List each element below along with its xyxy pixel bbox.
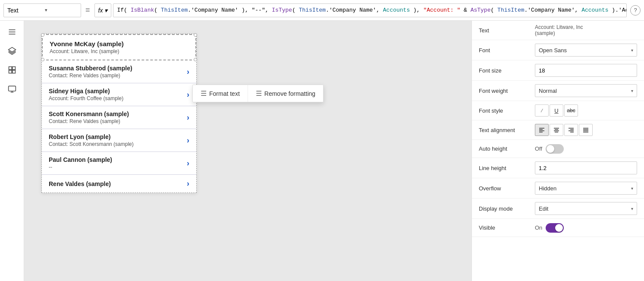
- handle-br[interactable]: [194, 58, 197, 61]
- svg-rect-4: [9, 67, 12, 70]
- visible-toggle-group: On: [535, 223, 637, 233]
- prop-label-font: Font: [479, 47, 535, 54]
- property-dropdown[interactable]: Text ▾: [3, 3, 81, 17]
- card-arrow: ›: [187, 90, 189, 99]
- prop-value-line-height: [535, 161, 637, 174]
- align-center-button[interactable]: [550, 124, 563, 136]
- font-dropdown-chevron: ▾: [631, 48, 633, 53]
- card-info: Rene Valdes (sample): [49, 180, 187, 187]
- svg-rect-7: [12, 70, 15, 73]
- strikethrough-button[interactable]: abc: [564, 104, 578, 117]
- canvas-area[interactable]: Yvonne McKay (sample) Account: Litware, …: [24, 21, 471, 281]
- font-weight-text: Normal: [539, 88, 557, 94]
- handle-tl[interactable]: [41, 33, 44, 37]
- card-info: Scott Konersmann (sample) Contact: Rene …: [49, 111, 187, 124]
- selected-card-sub: Account: Litware, Inc (sample): [50, 48, 188, 54]
- line-height-input[interactable]: [535, 161, 637, 174]
- underline-button[interactable]: U: [550, 104, 563, 117]
- help-icon[interactable]: ?: [630, 5, 641, 16]
- card-sub: Contact: Rene Valdes (sample): [49, 118, 187, 124]
- list-item[interactable]: Susanna Stubberod (sample) Contact: Rene…: [42, 60, 196, 83]
- prop-value-font: Open Sans ▾: [535, 44, 637, 57]
- font-weight-dropdown[interactable]: Normal ▾: [535, 84, 637, 97]
- remove-formatting-icon: ☰: [256, 89, 262, 98]
- menu-icon-btn[interactable]: [4, 24, 20, 40]
- prop-row-display-mode: Display mode Edit ▾: [472, 199, 644, 219]
- card-arrow: ›: [187, 67, 189, 76]
- align-left-button[interactable]: [535, 124, 549, 136]
- card-info: Sidney Higa (sample) Account: Fourth Cof…: [49, 88, 187, 101]
- auto-height-toggle-group: Off: [535, 144, 637, 154]
- card-sub: Contact: Scott Konersmann (sample): [49, 141, 187, 147]
- prop-label-auto-height: Auto height: [479, 145, 535, 152]
- card-arrow: ›: [187, 113, 189, 122]
- italic-button[interactable]: /: [535, 104, 549, 117]
- top-bar: Text ▾ = fx ▾ If( IsBlank( ThisItem.'Com…: [0, 0, 644, 21]
- handle-tr[interactable]: [194, 33, 197, 37]
- property-dropdown-chevron: ▾: [45, 7, 77, 13]
- card-name: Scott Konersmann (sample): [49, 111, 187, 117]
- card-selected[interactable]: Yvonne McKay (sample) Account: Litware, …: [42, 34, 196, 60]
- prop-value-font-weight: Normal ▾: [535, 84, 637, 97]
- prop-row-font-style: Font style / U abc: [472, 101, 644, 120]
- list-item[interactable]: Sidney Higa (sample) Account: Fourth Cof…: [42, 83, 196, 106]
- prop-row-visible: Visible On: [472, 219, 644, 237]
- align-justify-button[interactable]: [579, 124, 593, 136]
- components-icon-btn[interactable]: [4, 62, 20, 78]
- card-name: Rene Valdes (sample): [49, 180, 187, 187]
- overflow-dropdown-chevron: ▾: [631, 186, 633, 191]
- font-dropdown[interactable]: Open Sans ▾: [535, 44, 637, 57]
- prop-label-font-style: Font style: [479, 107, 535, 114]
- remove-formatting-button[interactable]: ☰ Remove formatting: [248, 85, 323, 102]
- font-size-input[interactable]: [535, 64, 637, 77]
- display-mode-dropdown-text: Edit: [539, 205, 548, 212]
- layers-icon-btn[interactable]: [4, 43, 20, 59]
- prop-value-overflow: Hidden ▾: [535, 182, 637, 195]
- formula-button[interactable]: fx ▾: [94, 3, 112, 17]
- selected-card-name: Yvonne McKay (sample): [50, 40, 188, 47]
- auto-height-toggle[interactable]: [546, 144, 564, 154]
- prop-row-text-align: Text alignment: [472, 120, 644, 140]
- prop-row-font-size: Font size: [472, 60, 644, 81]
- prop-label-font-weight: Font weight: [479, 88, 535, 94]
- visible-toggle[interactable]: [546, 223, 564, 233]
- prop-value-visible: On: [535, 223, 637, 233]
- screens-icon-btn[interactable]: [4, 81, 20, 97]
- prop-row-text: Text Account: Litware, Inc(sample): [472, 21, 644, 40]
- overflow-dropdown-text: Hidden: [539, 185, 556, 192]
- list-item[interactable]: Paul Cannon (sample) -- ›: [42, 152, 196, 175]
- font-weight-chevron: ▾: [631, 88, 633, 93]
- formula-chevron: ▾: [104, 7, 107, 14]
- property-dropdown-label: Text: [7, 7, 40, 14]
- overflow-dropdown[interactable]: Hidden ▾: [535, 182, 637, 195]
- card-name: Susanna Stubberod (sample): [49, 65, 187, 72]
- prop-label-font-size: Font size: [479, 67, 535, 74]
- prop-value-font-style: / U abc: [535, 104, 637, 117]
- prop-value-auto-height: Off: [535, 144, 637, 154]
- prop-label-text: Text: [479, 27, 535, 34]
- main-layout: Yvonne McKay (sample) Account: Litware, …: [0, 21, 644, 281]
- align-right-button[interactable]: [564, 124, 578, 136]
- prop-row-overflow: Overflow Hidden ▾: [472, 178, 644, 199]
- prop-row-font-weight: Font weight Normal ▾: [472, 81, 644, 101]
- formula-bar[interactable]: If( IsBlank( ThisItem.'Company Name' ), …: [113, 3, 627, 17]
- display-mode-dropdown[interactable]: Edit ▾: [535, 202, 637, 215]
- text-preview: Account: Litware, Inc(sample): [535, 24, 637, 36]
- visible-toggle-thumb: [555, 224, 563, 232]
- side-icons-panel: [0, 21, 24, 281]
- list-item[interactable]: Rene Valdes (sample) ›: [42, 175, 196, 193]
- align-group: [535, 124, 637, 136]
- format-text-icon: ☰: [201, 89, 207, 98]
- font-dropdown-text: Open Sans: [539, 47, 567, 54]
- prop-row-auto-height: Auto height Off: [472, 140, 644, 158]
- help-icon-label: ?: [634, 7, 637, 13]
- format-popup: ☰ Format text ☰ Remove formatting: [192, 85, 324, 102]
- equals-sign: =: [83, 6, 93, 15]
- card-sub: Account: Fourth Coffee (sample): [49, 95, 187, 101]
- card-panel: Yvonne McKay (sample) Account: Litware, …: [41, 34, 197, 193]
- list-item[interactable]: Scott Konersmann (sample) Contact: Rene …: [42, 106, 196, 129]
- handle-bl[interactable]: [41, 58, 44, 61]
- format-text-button[interactable]: ☰ Format text: [193, 85, 248, 102]
- list-item[interactable]: Robert Lyon (sample) Contact: Scott Kone…: [42, 129, 196, 152]
- card-arrow: ›: [187, 159, 189, 168]
